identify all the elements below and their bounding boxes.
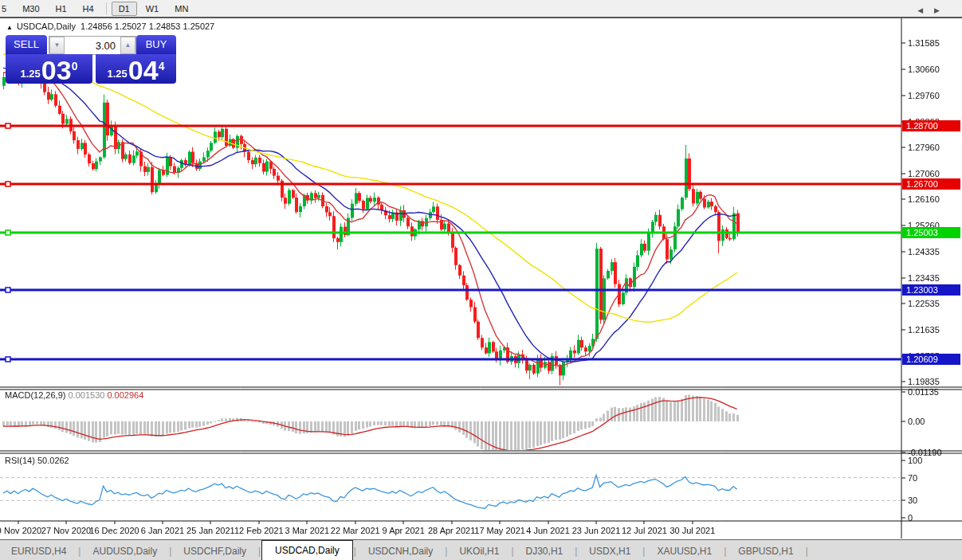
price-level-badge: 1.25003 <box>902 227 960 238</box>
date-label: 12 Jul 2021 <box>622 526 667 535</box>
tab-scroll-arrows[interactable]: ◀▶ <box>917 6 951 14</box>
macd-axis-label: 0.01135 <box>908 387 939 397</box>
timeframe-button-5[interactable]: 5 <box>0 2 14 16</box>
date-label: 9 Apr 2021 <box>383 526 425 535</box>
price-tick-label: 1.22535 <box>908 299 940 308</box>
timeframe-button-h1[interactable]: H1 <box>49 2 74 16</box>
sell-price-panel[interactable]: 1.25 03 0 <box>6 54 92 84</box>
price-tick-label: 1.23435 <box>908 273 940 283</box>
price-tick-label: 1.26160 <box>908 194 940 204</box>
rsi-axis-label: 70 <box>908 473 917 483</box>
price-tick-label: 1.21635 <box>908 325 940 335</box>
symbol-tab-ukoil[interactable]: UKOil,H1 <box>448 542 510 560</box>
symbol-tab-xauusd[interactable]: XAUUSD,H1 <box>646 542 723 560</box>
timeframe-button-m30[interactable]: M30 <box>15 2 46 16</box>
symbol-tab-dj30[interactable]: DJ30,H1 <box>515 542 575 560</box>
symbol-tab-usdx[interactable]: USDX,H1 <box>578 542 642 560</box>
macd-main-value: 0.001530 <box>68 390 104 400</box>
date-label: 6 Jan 2021 <box>141 526 184 535</box>
price-tick-label: 1.19835 <box>908 377 940 386</box>
price-tick-label: 1.27960 <box>908 143 940 152</box>
buy-price-big: 04 <box>128 57 159 84</box>
macd-signal-value: 0.002964 <box>107 390 143 400</box>
price-tick-label: 1.30660 <box>908 65 940 74</box>
macd-label: MACD(12,26,9) 0.001530 0.002964 <box>5 390 143 400</box>
sell-price-small: 1.25 <box>21 68 41 80</box>
sell-button[interactable]: SELL <box>6 35 47 54</box>
price-tick-label: 1.27060 <box>908 169 940 178</box>
date-label: 22 Mar 2021 <box>331 526 380 535</box>
chart-ohlc-values: 1.24856 1.25027 1.24853 1.25027 <box>80 22 214 31</box>
chart-symbol-label: USDCAD,Daily <box>17 22 76 31</box>
volume-spinner: ▼ ▲ <box>49 36 136 55</box>
tab-separator: | <box>805 546 809 560</box>
symbol-tab-eurusd[interactable]: EURUSD,H4 <box>0 542 77 560</box>
price-level-badge: 1.26700 <box>902 178 960 190</box>
sell-price-sup: 0 <box>72 60 78 72</box>
chart-title: ▲USDCAD,Daily 1.24856 1.25027 1.24853 1.… <box>6 22 214 31</box>
expand-arrow-icon[interactable]: ▲ <box>6 24 13 31</box>
rsi-axis-label: 100 <box>908 456 922 465</box>
volume-down-icon[interactable]: ▼ <box>49 37 65 54</box>
rsi-axis-label: 0 <box>908 513 913 523</box>
date-label: 12 Feb 2021 <box>234 526 284 535</box>
date-label: 4 Jun 2021 <box>526 526 569 535</box>
tab-scroll-left-icon: ◀ <box>917 6 934 14</box>
price-tick-label: 1.29760 <box>908 91 940 100</box>
price-tick-label: 1.24335 <box>908 247 940 257</box>
tab-scroll-right-icon: ▶ <box>934 6 951 14</box>
buy-price-panel[interactable]: 1.25 04 4 <box>96 54 176 84</box>
symbol-tab-audusd[interactable]: AUDUSD,Daily <box>81 542 168 560</box>
date-label: 16 Dec 2020 <box>89 526 139 535</box>
date-label: 17 May 2021 <box>474 526 525 535</box>
price-level-badge: 1.20609 <box>902 354 960 365</box>
mt4-window: 5M30H1H4D1W1MN ▲USDCAD,Daily 1.24856 1.2… <box>0 0 962 560</box>
date-label: 27 Nov 2020 <box>41 526 91 535</box>
symbol-tab-usdcnh[interactable]: USDCNH,Daily <box>357 542 444 560</box>
timeframe-button-mn[interactable]: MN <box>167 2 195 16</box>
timeframe-button-d1[interactable]: D1 <box>112 2 137 16</box>
price-tick-label: 1.31585 <box>908 38 940 48</box>
symbol-tab-usdchf[interactable]: USDCHF,Daily <box>172 542 257 560</box>
date-label: 28 Apr 2021 <box>428 526 475 535</box>
date-label: 23 Jun 2021 <box>572 526 621 535</box>
rsi-label: RSI(14) 50.0262 <box>5 456 69 465</box>
timeframe-toolbar: 5M30H1H4D1W1MN <box>0 0 962 18</box>
symbol-tab-gbpusd[interactable]: GBPUSD,H1 <box>727 542 804 560</box>
symbol-tab-usdcad[interactable]: USDCAD,Daily <box>261 540 353 560</box>
macd-axis-label: 0.00 <box>908 417 925 426</box>
one-click-trade-panel: SELL ▼ ▲ BUY 1.25 03 0 1.25 04 4 <box>6 35 176 84</box>
date-label: 3 Mar 2021 <box>285 526 329 535</box>
rsi-value: 50.0262 <box>37 456 69 465</box>
rsi-axis-label: 30 <box>908 495 917 505</box>
date-label: 30 Jul 2021 <box>669 526 715 535</box>
symbol-tab-bar: EURUSD,H4|AUDUSD,Daily|USDCHF,Daily|USDC… <box>0 539 962 560</box>
sell-price-big: 03 <box>41 57 72 84</box>
date-label: 25 Jan 2021 <box>187 526 235 535</box>
buy-price-small: 1.25 <box>108 68 128 80</box>
price-level-badge: 1.23003 <box>902 284 960 296</box>
timeframe-button-w1[interactable]: W1 <box>139 2 167 16</box>
timeframe-button-h4[interactable]: H4 <box>76 2 101 16</box>
buy-button[interactable]: BUY <box>136 35 176 54</box>
date-label: 9 Nov 2020 <box>0 526 41 535</box>
price-level-badge: 1.28700 <box>902 120 960 131</box>
buy-price-sup: 4 <box>159 60 165 72</box>
volume-input[interactable] <box>65 37 120 54</box>
toolbar-separator <box>106 2 107 14</box>
volume-up-icon[interactable]: ▲ <box>120 37 135 54</box>
